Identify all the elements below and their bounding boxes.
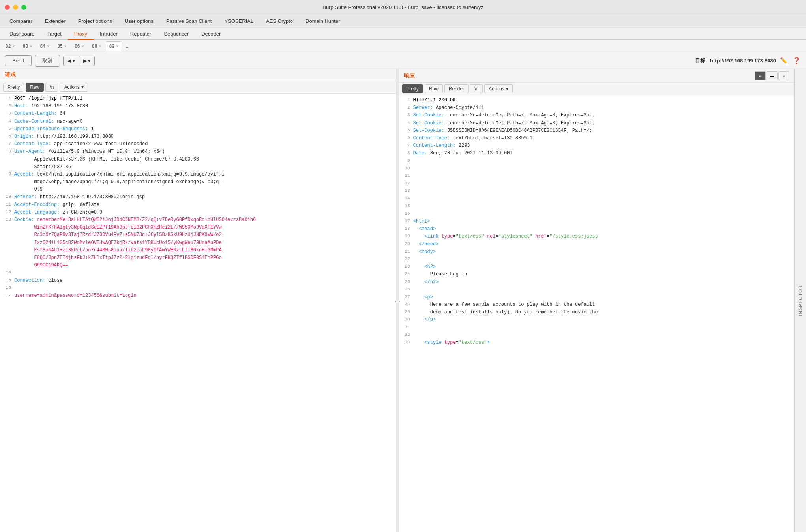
title-bar: Burp Suite Professional v2020.11.3 - Bur… — [0, 0, 806, 15]
sub-target[interactable]: Target — [41, 28, 68, 40]
response-format-bar: Pretty Raw Render \n Actions ▾ — [399, 83, 795, 95]
req-tab-89[interactable]: 89× — [106, 41, 122, 51]
req-tab-84[interactable]: 84× — [37, 41, 53, 51]
sub-nav: Dashboard Target Proxy Intruder Repeater… — [0, 28, 806, 40]
sub-intruder[interactable]: Intruder — [94, 28, 124, 40]
req-pretty-btn[interactable]: Pretty — [3, 83, 24, 92]
resp-line-4: 4 Set-Cookie: rememberMe=deleteMe; Path=… — [399, 120, 795, 127]
req-line-13: 13 Cookie: rememberMe=3aLHLTAtQWS2iJojJD… — [0, 216, 396, 269]
resp-line-8: 8 Date: Sun, 20 Jun 2021 11:13:09 GMT — [399, 150, 795, 157]
sub-dashboard[interactable]: Dashboard — [3, 28, 41, 40]
req-newline-btn[interactable]: \n — [45, 83, 58, 92]
req-line-1: 1 POST /login.jsp HTTP/1.1 — [0, 95, 396, 103]
resp-line-7: 7 Content-Length: 2293 — [399, 142, 795, 150]
traffic-lights — [5, 5, 26, 10]
cancel-button[interactable]: 取消 — [35, 55, 60, 67]
response-title: 响应 — [404, 72, 415, 79]
nav-passive-scan[interactable]: Passive Scan Client — [160, 15, 218, 28]
nav-domain-hunter[interactable]: Domain Hunter — [299, 15, 346, 28]
request-panel: 请求 Pretty Raw \n Actions ▾ 1 POST /login… — [0, 69, 396, 532]
nav-project-options[interactable]: Project options — [72, 15, 118, 28]
resp-line-2: 2 Server: Apache-Coyote/1.1 — [399, 104, 795, 112]
target-info: 目标: http://192.168.199.173:8080 ✏️ ❓ — [695, 56, 801, 65]
request-tabs: 82× 83× 84× 85× 86× 88× 89× ... — [0, 40, 806, 52]
resp-raw-btn[interactable]: Raw — [425, 84, 443, 93]
sub-repeater[interactable]: Repeater — [124, 28, 157, 40]
req-actions-dropdown[interactable]: Actions ▾ — [60, 83, 88, 92]
req-line-14: 14 — [0, 269, 396, 277]
resp-render-btn[interactable]: Render — [444, 84, 469, 93]
req-tab-82[interactable]: 82× — [2, 41, 19, 51]
resp-line-28: 28 Here are a few sample accounts to pla… — [399, 301, 795, 309]
resp-line-31: 31 — [399, 324, 795, 332]
resp-line-22: 22 — [399, 256, 795, 263]
resp-line-27: 27 <p> — [399, 294, 795, 301]
nav-user-options[interactable]: User options — [118, 15, 160, 28]
resp-line-24: 24 Please Log in — [399, 271, 795, 278]
req-raw-btn[interactable]: Raw — [26, 83, 44, 92]
toolbar: Send 取消 ◀ ▾ ▶ ▾ 目标: http://192.168.199.1… — [0, 52, 806, 69]
resp-pretty-btn[interactable]: Pretty — [402, 84, 423, 93]
req-line-5: 5 Upgrade-Insecure-Requests: 1 — [0, 126, 396, 133]
req-tab-86[interactable]: 86× — [71, 41, 88, 51]
response-header: 响应 ▪▪ ▬ ▪ — [399, 69, 795, 83]
req-line-4: 4 Cache-Control: max-age=0 — [0, 118, 396, 126]
resp-line-33: 33 <style type="text/css"> — [399, 339, 795, 347]
prev-button[interactable]: ◀ ▾ — [64, 56, 79, 66]
maximize-button[interactable] — [21, 5, 26, 10]
req-line-11: 11 Accept-Encoding: gzip, deflate — [0, 201, 396, 209]
next-button[interactable]: ▶ ▾ — [79, 56, 94, 66]
req-line-3: 3 Content-Length: 64 — [0, 110, 396, 118]
target-url: http://192.168.199.173:8080 — [710, 58, 776, 64]
minimize-button[interactable] — [13, 5, 18, 10]
nav-comparer[interactable]: Comparer — [3, 15, 39, 28]
req-tab-83[interactable]: 83× — [19, 41, 36, 51]
content-area: 请求 Pretty Raw \n Actions ▾ 1 POST /login… — [0, 69, 806, 532]
req-line-9: 9 Accept: text/html,application/xhtml+xm… — [0, 171, 396, 194]
request-format-bar: Pretty Raw \n Actions ▾ — [0, 81, 396, 94]
resp-newline-btn[interactable]: \n — [470, 84, 483, 93]
resp-actions-dropdown[interactable]: Actions ▾ — [484, 84, 512, 93]
resp-line-29: 29 demo and test installs only). Do you … — [399, 309, 795, 316]
nav-buttons: ◀ ▾ ▶ ▾ — [63, 56, 95, 66]
resp-line-14: 14 — [399, 195, 795, 202]
nav-extender[interactable]: Extender — [39, 15, 72, 28]
inspector-sidebar[interactable]: INSPECTOR — [794, 69, 806, 532]
view-toggle: ▪▪ ▬ ▪ — [755, 71, 789, 80]
edit-target-button[interactable]: ✏️ — [779, 56, 789, 65]
response-code-area[interactable]: 1 HTTP/1.1 200 OK 2 Server: Apache-Coyot… — [399, 95, 795, 532]
resp-line-3: 3 Set-Cookie: rememberMe=deleteMe; Path=… — [399, 112, 795, 119]
send-button[interactable]: Send — [5, 55, 32, 66]
resp-line-15: 15 — [399, 203, 795, 210]
nav-aes-crypto[interactable]: AES Crypto — [260, 15, 299, 28]
resp-line-6: 6 Content-Type: text/html;charset=ISO-88… — [399, 135, 795, 142]
resp-line-11: 11 — [399, 172, 795, 180]
sub-decoder[interactable]: Decoder — [195, 28, 227, 40]
resp-line-5: 5 Set-Cookie: JSESSIONID=8A64E9EAEAD50BC… — [399, 127, 795, 135]
resp-line-16: 16 — [399, 210, 795, 218]
request-code-area[interactable]: 1 POST /login.jsp HTTP/1.1 2 Host: 192.1… — [0, 94, 396, 532]
req-tab-88[interactable]: 88× — [88, 41, 105, 51]
resp-line-1: 1 HTTP/1.1 200 OK — [399, 97, 795, 104]
help-button[interactable]: ❓ — [792, 56, 801, 65]
view-list-btn[interactable]: ▬ — [767, 71, 778, 80]
close-button[interactable] — [5, 5, 10, 10]
req-tab-85[interactable]: 85× — [54, 41, 70, 51]
panel-divider[interactable]: ⋮ — [396, 69, 399, 532]
req-line-7: 7 Content-Type: application/x-www-form-u… — [0, 140, 396, 148]
resp-line-10: 10 — [399, 165, 795, 172]
sub-sequencer[interactable]: Sequencer — [157, 28, 195, 40]
window-title: Burp Suite Professional v2020.11.3 - Bur… — [322, 4, 484, 10]
view-split-btn[interactable]: ▪▪ — [755, 71, 766, 80]
req-line-8: 8 User-Agent: Mozilla/5.0 (Windows NT 10… — [0, 148, 396, 171]
more-tabs[interactable]: ... — [123, 42, 133, 51]
resp-line-17: 17 <html> — [399, 218, 795, 225]
req-line-16: 16 — [0, 285, 396, 292]
sub-proxy[interactable]: Proxy — [68, 28, 94, 40]
resp-line-12: 12 — [399, 180, 795, 187]
view-compact-btn[interactable]: ▪ — [778, 71, 789, 80]
resp-line-23: 23 <h2> — [399, 263, 795, 271]
req-line-10: 10 Referer: http://192.168.199.173:8080/… — [0, 193, 396, 201]
nav-ysoserial[interactable]: YSOSERIAL — [218, 15, 260, 28]
resp-line-19: 19 <link type="text/css" rel="stylesheet… — [399, 233, 795, 240]
